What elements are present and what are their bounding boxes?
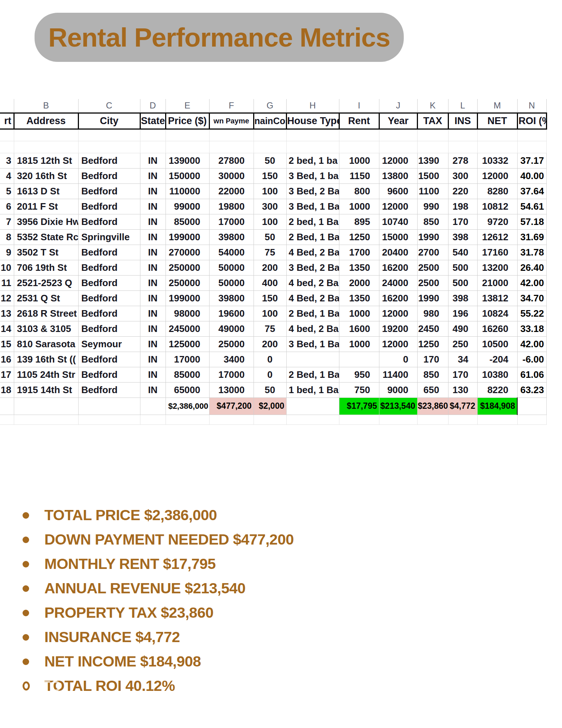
header-cell-year[interactable]: Year — [379, 113, 417, 129]
cell-type[interactable]: 3 Bed, 2 Ba — [286, 260, 339, 275]
cell-address[interactable]: 139 16th St (( — [14, 352, 78, 367]
cell-price[interactable]: 199000 — [166, 290, 209, 306]
cell-empty[interactable] — [254, 141, 286, 153]
cell-tax[interactable]: 1100 — [417, 183, 448, 199]
column-letter[interactable]: G — [254, 99, 286, 113]
cell-empty[interactable] — [0, 415, 14, 424]
cell-price[interactable]: 250000 — [166, 260, 209, 275]
cell-down[interactable]: 39800 — [209, 290, 254, 306]
cell-empty[interactable] — [517, 141, 546, 153]
cell-address[interactable]: 2531 Q St — [14, 290, 78, 306]
cell-a[interactable]: 9 — [0, 245, 14, 260]
cell-ins[interactable]: 250 — [448, 336, 477, 352]
cell-empty[interactable] — [14, 129, 78, 141]
cell-down[interactable]: 49000 — [209, 321, 254, 336]
cell-year[interactable]: 12000 — [379, 306, 417, 321]
cell-rent[interactable]: 800 — [339, 183, 379, 199]
cell-type[interactable]: 4 bed, 2 Ba — [286, 275, 339, 290]
header-cell-address[interactable]: Address — [14, 113, 78, 129]
cell-address[interactable]: 1915 14th St — [14, 382, 78, 397]
cell-ins[interactable]: 540 — [448, 245, 477, 260]
cell-ins[interactable]: 34 — [448, 352, 477, 367]
cell-roi[interactable]: 40.00 — [517, 168, 546, 183]
cell-roi[interactable]: 63.23 — [517, 382, 546, 397]
cell-city[interactable]: Seymour — [78, 336, 140, 352]
total-rent-cell[interactable]: $17,795 — [339, 397, 379, 415]
cell-state[interactable]: IN — [140, 336, 166, 352]
cell-roi[interactable]: 42.00 — [517, 275, 546, 290]
cell-year[interactable]: 19200 — [379, 321, 417, 336]
cell-a[interactable]: 11 — [0, 275, 14, 290]
cell-net[interactable]: 10380 — [477, 367, 517, 382]
column-letter[interactable]: K — [417, 99, 448, 113]
cell-net[interactable]: 10500 — [477, 336, 517, 352]
cell-empty[interactable] — [379, 415, 417, 424]
cell-address[interactable]: 1815 12th St — [14, 153, 78, 168]
cell-year[interactable]: 12000 — [379, 336, 417, 352]
cell-empty[interactable] — [209, 415, 254, 424]
cell-rent[interactable]: 1350 — [339, 260, 379, 275]
cell-tax[interactable]: 2500 — [417, 260, 448, 275]
cell-roi[interactable]: 42.00 — [517, 336, 546, 352]
cell-a[interactable]: 13 — [0, 306, 14, 321]
cell-tax[interactable]: 1990 — [417, 290, 448, 306]
cell-maint[interactable]: 75 — [254, 245, 286, 260]
cell-state[interactable]: IN — [140, 183, 166, 199]
cell-roi[interactable]: 55.22 — [517, 306, 546, 321]
cell-maint[interactable]: 200 — [254, 336, 286, 352]
cell-a[interactable]: 6 — [0, 199, 14, 214]
cell-net[interactable]: 13812 — [477, 290, 517, 306]
cell-city[interactable]: Bedford — [78, 275, 140, 290]
cell-net[interactable]: 8220 — [477, 382, 517, 397]
cell-type[interactable]: 4 Bed, 2 Ba — [286, 290, 339, 306]
cell-year[interactable]: 13800 — [379, 168, 417, 183]
cell-a[interactable]: 8 — [0, 229, 14, 245]
cell-empty[interactable] — [477, 141, 517, 153]
header-cell-state[interactable]: State — [140, 113, 166, 129]
cell-empty[interactable] — [286, 141, 339, 153]
cell-empty[interactable] — [78, 397, 140, 415]
cell-roi[interactable]: 37.64 — [517, 183, 546, 199]
cell-rent[interactable]: 950 — [339, 367, 379, 382]
cell-address[interactable]: 2011 F St — [14, 199, 78, 214]
cell-rent[interactable]: 1000 — [339, 153, 379, 168]
cell-down[interactable]: 39800 — [209, 229, 254, 245]
cell-maint[interactable]: 75 — [254, 321, 286, 336]
cell-maint[interactable]: 200 — [254, 260, 286, 275]
cell-type[interactable]: 3 Bed, 1 Ba — [286, 199, 339, 214]
cell-type[interactable]: 4 bed, 2 Ba — [286, 321, 339, 336]
cell-empty[interactable] — [517, 415, 546, 424]
cell-rent[interactable]: 895 — [339, 214, 379, 229]
cell-empty[interactable] — [209, 129, 254, 141]
cell-type[interactable]: 2 bed, 1 Ba — [286, 214, 339, 229]
cell-rent[interactable]: 1000 — [339, 199, 379, 214]
cell-year[interactable]: 16200 — [379, 260, 417, 275]
cell-empty[interactable] — [254, 129, 286, 141]
cell-year[interactable]: 15000 — [379, 229, 417, 245]
cell-net[interactable]: 16260 — [477, 321, 517, 336]
cell-empty[interactable] — [477, 129, 517, 141]
cell-city[interactable]: Bedford — [78, 260, 140, 275]
header-cell-tax[interactable]: TAX — [417, 113, 448, 129]
cell-a[interactable]: 3 — [0, 153, 14, 168]
cell-a[interactable]: 7 — [0, 214, 14, 229]
cell-empty[interactable] — [339, 141, 379, 153]
cell-empty[interactable] — [140, 129, 166, 141]
cell-address[interactable]: 3502 T St — [14, 245, 78, 260]
cell-tax[interactable]: 2700 — [417, 245, 448, 260]
cell-empty[interactable] — [417, 129, 448, 141]
cell-a[interactable]: 18 — [0, 382, 14, 397]
column-letter[interactable]: H — [286, 99, 339, 113]
cell-empty[interactable] — [286, 397, 339, 415]
cell-year[interactable]: 12000 — [379, 153, 417, 168]
cell-net[interactable]: 9720 — [477, 214, 517, 229]
cell-tax[interactable]: 1390 — [417, 153, 448, 168]
cell-ins[interactable]: 500 — [448, 275, 477, 290]
cell-maint[interactable]: 50 — [254, 229, 286, 245]
cell-city[interactable]: Bedford — [78, 153, 140, 168]
cell-type[interactable]: 3 Bed, 1 ba — [286, 168, 339, 183]
column-letter[interactable]: J — [379, 99, 417, 113]
cell-year[interactable]: 9600 — [379, 183, 417, 199]
cell-roi[interactable]: 33.18 — [517, 321, 546, 336]
cell-empty[interactable] — [417, 141, 448, 153]
